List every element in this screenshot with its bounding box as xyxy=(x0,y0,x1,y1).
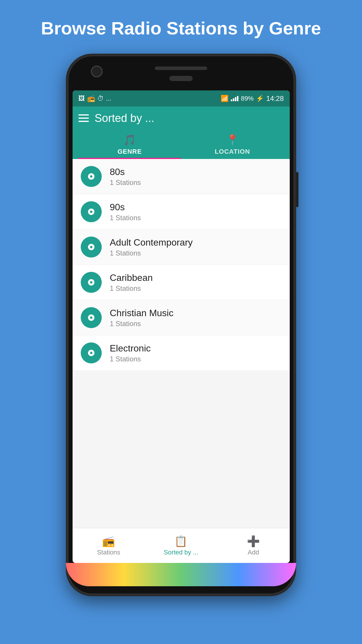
genre-item-adult-contemporary[interactable]: Adult Contemporary 1 Stations xyxy=(73,230,290,265)
disc-inner-80s xyxy=(88,173,94,180)
disc-center-caribbean xyxy=(90,281,92,284)
genre-name-caribbean: Caribbean xyxy=(110,272,153,283)
battery-percentage: 89% xyxy=(241,95,254,102)
add-nav-icon: ➕ xyxy=(247,535,260,547)
nav-item-sorted-by[interactable]: 📋 Sorted by ... xyxy=(145,535,217,556)
genre-item-80s[interactable]: 80s 1 Stations xyxy=(73,159,290,194)
disc-inner-adult-contemporary xyxy=(88,244,94,250)
tabs-container: 🎵 GENRE 📍 LOCATION xyxy=(78,130,284,159)
sorted-by-nav-label: Sorted by ... xyxy=(164,549,198,556)
phone-top xyxy=(68,55,294,90)
genre-info-90s: 90s 1 Stations xyxy=(110,202,141,222)
genre-name-christian-music: Christian Music xyxy=(110,308,174,318)
tab-genre[interactable]: 🎵 GENRE xyxy=(78,130,181,159)
menu-line-3 xyxy=(78,121,89,122)
genre-count-80s: 1 Stations xyxy=(110,178,141,187)
genre-name-adult-contemporary: Adult Contemporary xyxy=(110,237,193,248)
disc-center-80s xyxy=(90,175,92,178)
phone-screen: 🖼 📻 ⏱ ... 📶 89% ⚡ 14:28 xyxy=(73,90,290,563)
disc-inner-90s xyxy=(88,209,94,215)
signal-bar-1 xyxy=(231,99,232,101)
timer-status-icon: ⏱ xyxy=(97,95,104,102)
genre-disc-caribbean xyxy=(81,272,102,293)
phone-sensor xyxy=(169,76,193,81)
phone-side-button xyxy=(296,172,298,207)
nav-item-add[interactable]: ➕ Add xyxy=(217,535,289,556)
disc-inner-electronic xyxy=(88,350,94,356)
genre-item-caribbean[interactable]: Caribbean 1 Stations xyxy=(73,265,290,300)
hamburger-menu-button[interactable] xyxy=(78,114,89,122)
signal-bar-4 xyxy=(237,96,238,101)
bottom-strip xyxy=(66,563,296,586)
genre-count-electronic: 1 Stations xyxy=(110,355,151,363)
page-title: Browse Radio Stations by Genre xyxy=(23,18,338,39)
genre-item-electronic[interactable]: Electronic 1 Stations xyxy=(73,335,290,371)
genre-name-electronic: Electronic xyxy=(110,343,151,354)
signal-bars xyxy=(231,96,238,101)
phone-frame: 🖼 📻 ⏱ ... 📶 89% ⚡ 14:28 xyxy=(66,54,296,596)
genre-info-80s: 80s 1 Stations xyxy=(110,167,141,187)
add-nav-label: Add xyxy=(248,549,259,556)
menu-line-1 xyxy=(78,114,89,116)
stations-nav-label: Stations xyxy=(97,549,120,556)
disc-inner-christian-music xyxy=(88,314,94,321)
signal-bar-3 xyxy=(235,97,236,101)
status-time: 14:28 xyxy=(266,94,284,103)
status-bar: 🖼 📻 ⏱ ... 📶 89% ⚡ 14:28 xyxy=(73,90,290,106)
disc-inner-caribbean xyxy=(88,279,94,286)
disc-center-electronic xyxy=(90,352,92,354)
status-left: 🖼 📻 ⏱ ... xyxy=(78,95,111,102)
genre-count-adult-contemporary: 1 Stations xyxy=(110,249,193,257)
header-top: Sorted by ... xyxy=(78,106,284,130)
disc-center-90s xyxy=(90,211,92,213)
wifi-icon: 📶 xyxy=(221,95,229,102)
stations-nav-icon: 📻 xyxy=(102,535,115,547)
genre-info-adult-contemporary: Adult Contemporary 1 Stations xyxy=(110,237,193,257)
genre-tab-icon: 🎵 xyxy=(123,134,136,146)
app-header: Sorted by ... 🎵 GENRE 📍 LOCATION xyxy=(73,106,290,159)
photo-status-icon: 🖼 xyxy=(78,95,85,102)
more-status-icon: ... xyxy=(106,95,111,102)
tab-location[interactable]: 📍 LOCATION xyxy=(181,130,284,159)
genre-info-electronic: Electronic 1 Stations xyxy=(110,343,151,363)
radio-status-icon: 📻 xyxy=(87,95,95,102)
signal-bar-2 xyxy=(233,98,234,101)
genre-name-80s: 80s xyxy=(110,167,141,177)
disc-center-christian-music xyxy=(90,316,92,319)
genre-item-christian-music[interactable]: Christian Music 1 Stations xyxy=(73,300,290,335)
status-right: 📶 89% ⚡ 14:28 xyxy=(221,94,284,103)
menu-line-2 xyxy=(78,118,89,119)
genre-info-christian-music: Christian Music 1 Stations xyxy=(110,308,174,328)
genre-disc-adult-contemporary xyxy=(81,237,102,258)
sorted-by-nav-icon: 📋 xyxy=(174,535,187,547)
battery-icon: ⚡ xyxy=(256,95,264,102)
genre-tab-label: GENRE xyxy=(117,148,142,155)
genre-count-christian-music: 1 Stations xyxy=(110,320,174,328)
genre-name-90s: 90s xyxy=(110,202,141,213)
genre-info-caribbean: Caribbean 1 Stations xyxy=(110,272,153,293)
phone-speaker xyxy=(155,66,207,70)
genre-item-90s[interactable]: 90s 1 Stations xyxy=(73,194,290,230)
genre-list: 80s 1 Stations 90s 1 Stations xyxy=(73,159,290,528)
bottom-nav: 📻 Stations 📋 Sorted by ... ➕ Add xyxy=(73,528,290,563)
location-tab-icon: 📍 xyxy=(226,134,239,146)
location-tab-label: LOCATION xyxy=(215,148,250,155)
disc-center-adult-contemporary xyxy=(90,246,92,248)
header-title: Sorted by ... xyxy=(95,112,154,125)
nav-item-stations[interactable]: 📻 Stations xyxy=(73,535,145,556)
genre-disc-90s xyxy=(81,201,102,222)
genre-disc-80s xyxy=(81,166,102,187)
genre-count-caribbean: 1 Stations xyxy=(110,284,153,293)
genre-disc-christian-music xyxy=(81,307,102,328)
genre-disc-electronic xyxy=(81,342,102,363)
phone-camera xyxy=(91,66,103,77)
genre-count-90s: 1 Stations xyxy=(110,214,141,222)
